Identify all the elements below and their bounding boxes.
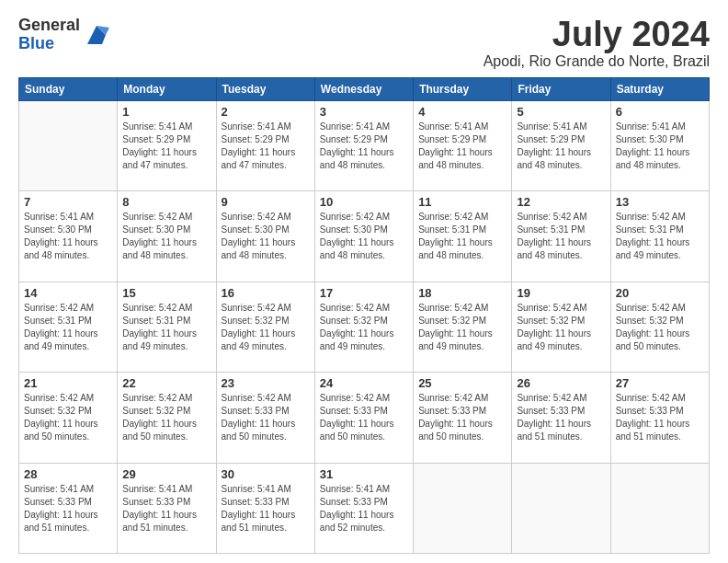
table-row: 4Sunrise: 5:41 AM Sunset: 5:29 PM Daylig… xyxy=(414,101,512,191)
col-wednesday: Wednesday xyxy=(314,78,413,101)
table-row: 3Sunrise: 5:41 AM Sunset: 5:29 PM Daylig… xyxy=(314,101,413,191)
day-number: 20 xyxy=(616,286,704,300)
table-row: 22Sunrise: 5:42 AM Sunset: 5:32 PM Dayli… xyxy=(118,373,216,463)
day-info: Sunrise: 5:41 AM Sunset: 5:33 PM Dayligh… xyxy=(222,483,310,534)
table-row xyxy=(19,101,118,191)
table-row: 11Sunrise: 5:42 AM Sunset: 5:31 PM Dayli… xyxy=(414,191,512,282)
day-number: 6 xyxy=(616,105,704,119)
day-number: 10 xyxy=(320,195,408,209)
day-number: 11 xyxy=(418,195,506,209)
table-row: 20Sunrise: 5:42 AM Sunset: 5:32 PM Dayli… xyxy=(610,282,709,372)
day-info: Sunrise: 5:41 AM Sunset: 5:30 PM Dayligh… xyxy=(616,121,704,172)
table-row: 14Sunrise: 5:42 AM Sunset: 5:31 PM Dayli… xyxy=(19,282,118,372)
day-info: Sunrise: 5:42 AM Sunset: 5:33 PM Dayligh… xyxy=(418,392,506,443)
day-info: Sunrise: 5:41 AM Sunset: 5:30 PM Dayligh… xyxy=(24,211,112,262)
col-saturday: Saturday xyxy=(610,78,709,101)
calendar-week-row: 21Sunrise: 5:42 AM Sunset: 5:32 PM Dayli… xyxy=(19,373,710,463)
month-year-title: July 2024 xyxy=(483,17,710,52)
day-info: Sunrise: 5:41 AM Sunset: 5:29 PM Dayligh… xyxy=(122,121,210,172)
table-row: 29Sunrise: 5:41 AM Sunset: 5:33 PM Dayli… xyxy=(118,463,216,553)
day-info: Sunrise: 5:42 AM Sunset: 5:32 PM Dayligh… xyxy=(616,302,704,353)
calendar-week-row: 7Sunrise: 5:41 AM Sunset: 5:30 PM Daylig… xyxy=(19,191,710,282)
table-row xyxy=(414,463,512,553)
day-info: Sunrise: 5:42 AM Sunset: 5:30 PM Dayligh… xyxy=(320,211,408,262)
logo-icon xyxy=(84,22,109,48)
day-number: 8 xyxy=(122,195,210,209)
calendar-week-row: 1Sunrise: 5:41 AM Sunset: 5:29 PM Daylig… xyxy=(19,101,710,191)
day-info: Sunrise: 5:42 AM Sunset: 5:31 PM Dayligh… xyxy=(616,211,704,262)
day-info: Sunrise: 5:42 AM Sunset: 5:30 PM Dayligh… xyxy=(122,211,210,262)
table-row: 9Sunrise: 5:42 AM Sunset: 5:30 PM Daylig… xyxy=(216,191,314,282)
day-info: Sunrise: 5:41 AM Sunset: 5:29 PM Dayligh… xyxy=(320,121,408,172)
table-row: 10Sunrise: 5:42 AM Sunset: 5:30 PM Dayli… xyxy=(314,191,413,282)
col-monday: Monday xyxy=(118,78,216,101)
day-number: 23 xyxy=(222,376,310,390)
day-info: Sunrise: 5:42 AM Sunset: 5:32 PM Dayligh… xyxy=(320,302,408,353)
calendar-week-row: 14Sunrise: 5:42 AM Sunset: 5:31 PM Dayli… xyxy=(19,282,710,372)
day-info: Sunrise: 5:42 AM Sunset: 5:33 PM Dayligh… xyxy=(320,392,408,443)
table-row: 24Sunrise: 5:42 AM Sunset: 5:33 PM Dayli… xyxy=(314,373,413,463)
day-info: Sunrise: 5:42 AM Sunset: 5:32 PM Dayligh… xyxy=(222,302,310,353)
header: General Blue July 2024 Apodi, Rio Grande… xyxy=(18,17,710,70)
day-info: Sunrise: 5:41 AM Sunset: 5:29 PM Dayligh… xyxy=(517,121,605,172)
day-number: 29 xyxy=(122,467,210,481)
day-number: 15 xyxy=(122,286,210,300)
col-tuesday: Tuesday xyxy=(216,78,314,101)
day-number: 4 xyxy=(418,105,506,119)
day-number: 28 xyxy=(24,467,112,481)
day-number: 21 xyxy=(24,376,112,390)
day-info: Sunrise: 5:42 AM Sunset: 5:31 PM Dayligh… xyxy=(24,302,112,353)
day-number: 5 xyxy=(517,105,605,119)
day-number: 30 xyxy=(222,467,310,481)
day-info: Sunrise: 5:42 AM Sunset: 5:31 PM Dayligh… xyxy=(418,211,506,262)
day-info: Sunrise: 5:41 AM Sunset: 5:29 PM Dayligh… xyxy=(222,121,310,172)
day-number: 16 xyxy=(222,286,310,300)
day-info: Sunrise: 5:41 AM Sunset: 5:33 PM Dayligh… xyxy=(24,483,112,534)
day-number: 26 xyxy=(517,376,605,390)
logo-general: General xyxy=(18,17,80,35)
table-row: 19Sunrise: 5:42 AM Sunset: 5:32 PM Dayli… xyxy=(512,282,610,372)
table-row: 13Sunrise: 5:42 AM Sunset: 5:31 PM Dayli… xyxy=(610,191,709,282)
day-number: 18 xyxy=(418,286,506,300)
day-number: 31 xyxy=(320,467,408,481)
page: General Blue July 2024 Apodi, Rio Grande… xyxy=(0,0,728,563)
calendar-week-row: 28Sunrise: 5:41 AM Sunset: 5:33 PM Dayli… xyxy=(19,463,710,553)
table-row: 26Sunrise: 5:42 AM Sunset: 5:33 PM Dayli… xyxy=(512,373,610,463)
table-row: 27Sunrise: 5:42 AM Sunset: 5:33 PM Dayli… xyxy=(610,373,709,463)
day-number: 14 xyxy=(24,286,112,300)
logo-text: General Blue xyxy=(18,17,80,53)
day-info: Sunrise: 5:42 AM Sunset: 5:32 PM Dayligh… xyxy=(122,392,210,443)
table-row: 8Sunrise: 5:42 AM Sunset: 5:30 PM Daylig… xyxy=(118,191,216,282)
table-row: 6Sunrise: 5:41 AM Sunset: 5:30 PM Daylig… xyxy=(610,101,709,191)
day-number: 1 xyxy=(122,105,210,119)
table-row xyxy=(610,463,709,553)
day-number: 24 xyxy=(320,376,408,390)
table-row: 31Sunrise: 5:41 AM Sunset: 5:33 PM Dayli… xyxy=(314,463,413,553)
col-thursday: Thursday xyxy=(414,78,512,101)
day-info: Sunrise: 5:42 AM Sunset: 5:33 PM Dayligh… xyxy=(222,392,310,443)
day-number: 2 xyxy=(222,105,310,119)
table-row: 28Sunrise: 5:41 AM Sunset: 5:33 PM Dayli… xyxy=(19,463,118,553)
day-number: 13 xyxy=(616,195,704,209)
table-row: 23Sunrise: 5:42 AM Sunset: 5:33 PM Dayli… xyxy=(216,373,314,463)
day-info: Sunrise: 5:42 AM Sunset: 5:31 PM Dayligh… xyxy=(122,302,210,353)
location-label: Apodi, Rio Grande do Norte, Brazil xyxy=(483,53,710,70)
table-row: 21Sunrise: 5:42 AM Sunset: 5:32 PM Dayli… xyxy=(19,373,118,463)
day-info: Sunrise: 5:42 AM Sunset: 5:32 PM Dayligh… xyxy=(418,302,506,353)
day-number: 22 xyxy=(122,376,210,390)
day-number: 12 xyxy=(517,195,605,209)
day-info: Sunrise: 5:42 AM Sunset: 5:33 PM Dayligh… xyxy=(616,392,704,443)
day-number: 9 xyxy=(222,195,310,209)
day-number: 25 xyxy=(418,376,506,390)
day-info: Sunrise: 5:42 AM Sunset: 5:32 PM Dayligh… xyxy=(517,302,605,353)
title-section: July 2024 Apodi, Rio Grande do Norte, Br… xyxy=(483,17,710,70)
table-row: 2Sunrise: 5:41 AM Sunset: 5:29 PM Daylig… xyxy=(216,101,314,191)
day-number: 19 xyxy=(517,286,605,300)
day-info: Sunrise: 5:41 AM Sunset: 5:29 PM Dayligh… xyxy=(418,121,506,172)
logo: General Blue xyxy=(18,17,109,53)
table-row: 30Sunrise: 5:41 AM Sunset: 5:33 PM Dayli… xyxy=(216,463,314,553)
table-row: 7Sunrise: 5:41 AM Sunset: 5:30 PM Daylig… xyxy=(19,191,118,282)
day-info: Sunrise: 5:42 AM Sunset: 5:30 PM Dayligh… xyxy=(222,211,310,262)
table-row: 15Sunrise: 5:42 AM Sunset: 5:31 PM Dayli… xyxy=(118,282,216,372)
day-number: 17 xyxy=(320,286,408,300)
